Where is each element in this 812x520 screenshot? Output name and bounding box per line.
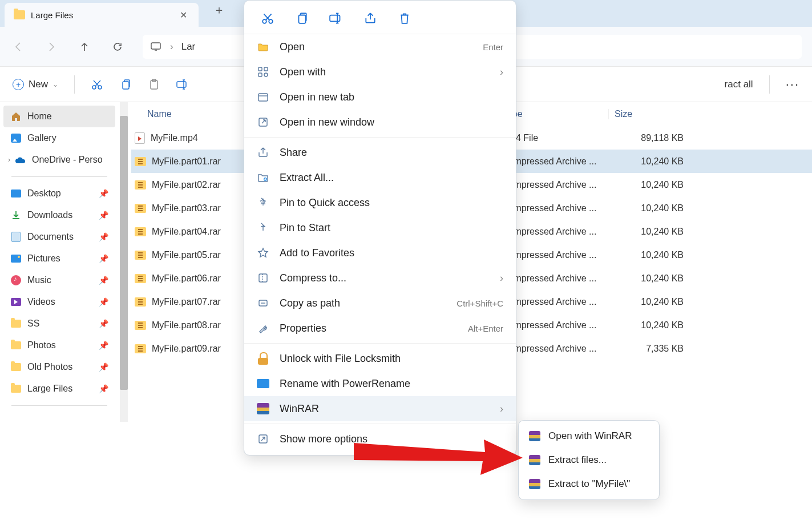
ctx-extract-all[interactable]: Extract All... [244, 165, 516, 190]
sidebar-item-documents[interactable]: Documents📌 [3, 226, 115, 248]
ctx-compress[interactable]: Compress to... › [244, 265, 516, 291]
file-name: MyFile.part05.rar [152, 250, 221, 260]
extract-icon [257, 171, 269, 184]
new-tab-button[interactable]: ＋ [210, 0, 228, 21]
svg-rect-3 [123, 82, 129, 89]
ctx-show-more[interactable]: Show more options [244, 426, 516, 452]
file-size: 10,240 KB [608, 297, 694, 307]
pin-icon: 📌 [99, 232, 108, 241]
onedrive-icon [15, 154, 26, 166]
more-button[interactable]: ··· [786, 77, 799, 92]
ctx-share[interactable]: Share [244, 140, 516, 165]
file-name: MyFile.part06.rar [152, 273, 221, 284]
col-size[interactable]: Size [608, 109, 694, 119]
ctx-open[interactable]: Open Enter [244, 34, 516, 59]
file-icon [135, 180, 146, 190]
chevron-right-icon: › [500, 403, 503, 415]
file-name: MyFile.part08.rar [152, 320, 221, 330]
sidebar-item-downloads[interactable]: Downloads📌 [3, 204, 115, 226]
sidebar-item-label: Desktop [27, 188, 61, 199]
sidebar-item-videos[interactable]: Videos📌 [3, 291, 115, 313]
ctx-properties[interactable]: Properties Alt+Enter [244, 316, 516, 341]
file-icon [135, 297, 146, 307]
winrar-icon [529, 431, 540, 441]
file-name: MyFile.mp4 [151, 133, 198, 143]
file-size: 10,240 KB [608, 180, 694, 190]
extract-all-button[interactable]: ract all [725, 79, 753, 90]
up-button[interactable] [76, 39, 92, 55]
sub-extract-to[interactable]: Extract to "MyFile\" [519, 472, 659, 496]
sidebar-item-photos[interactable]: Photos📌 [3, 334, 115, 356]
ctx-open-new-window[interactable]: Open in new window [244, 110, 516, 135]
sidebar-item-pictures[interactable]: Pictures📌 [3, 248, 115, 269]
ctx-winrar[interactable]: WinRAR › [244, 396, 516, 421]
pin-icon: 📌 [99, 384, 108, 393]
ctx-copy-icon[interactable] [294, 11, 309, 26]
pin-icon: 📌 [99, 254, 108, 263]
file-size: 10,240 KB [608, 227, 694, 237]
file-icon [135, 157, 146, 166]
cut-button[interactable] [91, 78, 103, 91]
ctx-rename-icon[interactable] [329, 11, 344, 26]
folder-icon [11, 190, 21, 197]
power-rename-icon [257, 379, 269, 388]
tab-active[interactable]: Large Files ✕ [5, 3, 199, 27]
chevron-down-icon: ⌄ [52, 80, 58, 88]
sidebar-item-desktop[interactable]: Desktop📌 [3, 183, 115, 204]
plus-icon: + [13, 79, 24, 90]
file-icon [135, 204, 146, 213]
sidebar-item-label: SS [27, 319, 39, 329]
open-with-icon [257, 66, 269, 78]
paste-button[interactable] [148, 78, 160, 91]
svg-rect-6 [177, 82, 186, 87]
sidebar-item-label: Pictures [27, 253, 60, 264]
ctx-pin-start[interactable]: Pin to Start [244, 215, 516, 240]
sidebar-item-label: Documents [27, 232, 74, 242]
sidebar-item-ss[interactable]: SS📌 [3, 313, 115, 334]
file-icon [135, 274, 146, 283]
ctx-add-favorites[interactable]: Add to Favorites [244, 240, 516, 265]
file-name: MyFile.part02.rar [152, 180, 221, 190]
close-tab-button[interactable]: ✕ [175, 7, 192, 23]
ctx-open-with[interactable]: Open with › [244, 59, 516, 84]
nav-sidebar: Home Gallery › OneDrive - Perso Desktop📌… [0, 102, 119, 520]
separator [769, 75, 770, 94]
new-button[interactable]: + New ⌄ [13, 79, 58, 90]
sidebar-home-label: Home [27, 111, 52, 122]
sidebar-item-old-photos[interactable]: Old Photos📌 [3, 356, 115, 378]
forward-button[interactable] [43, 39, 59, 55]
file-icon [135, 251, 146, 260]
sidebar-gallery[interactable]: Gallery [3, 127, 115, 149]
file-size: 10,240 KB [608, 156, 694, 167]
pin-icon: 📌 [99, 319, 108, 328]
ctx-share-icon[interactable] [363, 11, 378, 26]
sub-open-winrar[interactable]: Open with WinRAR [519, 424, 659, 448]
refresh-button[interactable] [110, 39, 126, 55]
ctx-cut-icon[interactable] [260, 11, 275, 26]
folder-icon [11, 320, 21, 328]
file-size: 10,240 KB [608, 250, 694, 260]
winrar-icon [529, 455, 540, 465]
svg-rect-9 [299, 15, 306, 23]
ctx-open-new-tab[interactable]: Open in new tab [244, 84, 516, 110]
copy-button[interactable] [119, 78, 132, 91]
address-text: Lar [181, 41, 196, 53]
sub-extract-files[interactable]: Extract files... [519, 448, 659, 472]
ctx-file-locksmith[interactable]: Unlock with File Locksmith [244, 346, 516, 371]
ctx-delete-icon[interactable] [397, 11, 412, 26]
ctx-copy-path[interactable]: Copy as path Ctrl+Shift+C [244, 291, 516, 316]
sidebar-home[interactable]: Home [3, 106, 115, 127]
file-name: MyFile.part09.rar [152, 344, 221, 354]
folder-icon [11, 232, 21, 242]
back-button[interactable] [10, 39, 26, 55]
sidebar-onedrive[interactable]: › OneDrive - Perso [3, 149, 115, 171]
sidebar-item-large-files[interactable]: Large Files📌 [3, 378, 115, 400]
file-icon [135, 132, 145, 144]
ctx-pin-quick[interactable]: Pin to Quick access [244, 190, 516, 215]
ctx-power-rename[interactable]: Rename with PowerRename [244, 371, 516, 396]
new-window-icon [257, 116, 269, 128]
sidebar-item-music[interactable]: Music📌 [3, 269, 115, 291]
pin-icon: 📌 [99, 362, 108, 372]
rename-button[interactable] [176, 78, 189, 91]
pin-icon [257, 196, 269, 209]
